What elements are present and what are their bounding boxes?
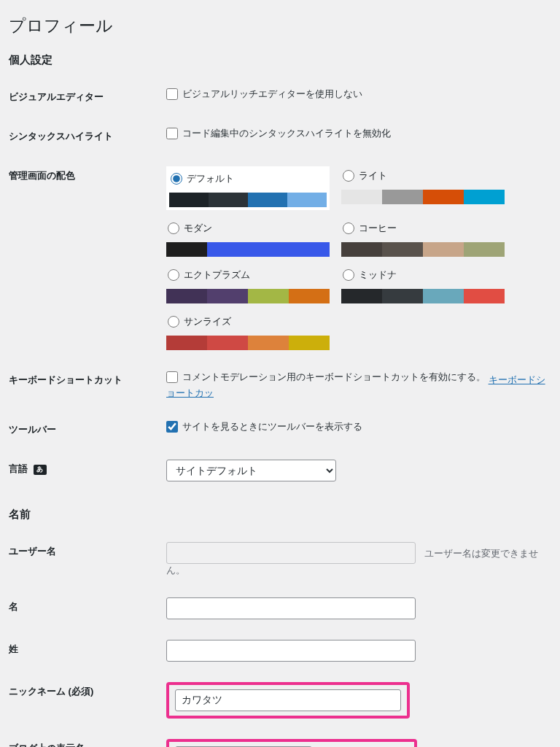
color-swatch: [289, 289, 330, 303]
language-select[interactable]: サイトデフォルト: [166, 460, 336, 481]
color-swatch: [248, 242, 289, 257]
display-name-label: ブログ上の表示名: [9, 729, 159, 747]
language-label-text: 言語: [9, 463, 28, 474]
display-name-highlight: カワタツ: [166, 739, 417, 747]
color-swatches: [341, 289, 505, 303]
color-scheme-option[interactable]: ライト: [341, 166, 505, 210]
section-personal: 個人設定: [9, 53, 551, 67]
color-swatch: [464, 242, 505, 257]
color-scheme-name: サンライズ: [184, 315, 231, 328]
color-scheme-radio[interactable]: [343, 222, 354, 234]
color-scheme-option[interactable]: エクトプラズム: [166, 266, 330, 303]
color-scheme-label[interactable]: ミッドナ: [341, 266, 505, 289]
color-scheme-radio[interactable]: [171, 173, 182, 185]
keyboard-checkbox-label[interactable]: コメントモデレーション用のキーボードショートカットを有効にする。: [166, 371, 486, 384]
color-swatch: [341, 289, 382, 303]
color-swatch: [423, 190, 464, 204]
language-label: 言語 あ: [9, 449, 159, 492]
section-name: 名前: [9, 508, 551, 522]
color-swatches: [169, 193, 327, 207]
color-swatch: [166, 336, 207, 350]
color-swatch: [341, 242, 382, 257]
color-swatch: [166, 242, 207, 257]
color-swatch: [382, 289, 423, 303]
color-scheme-label[interactable]: サンライズ: [166, 312, 330, 336]
color-swatches: [341, 190, 505, 204]
color-swatch: [248, 289, 289, 303]
color-swatch: [289, 336, 330, 350]
color-swatch: [248, 193, 287, 207]
color-swatches: [341, 242, 505, 257]
toolbar-checkbox[interactable]: [166, 421, 178, 433]
visual-editor-checkbox[interactable]: [166, 88, 178, 100]
color-scheme-option[interactable]: モダン: [166, 219, 330, 257]
color-scheme-option[interactable]: デフォルト: [166, 166, 330, 210]
last-name-input[interactable]: [166, 640, 416, 662]
syntax-checkbox-text: コード編集中のシンタックスハイライトを無効化: [182, 127, 391, 140]
toolbar-label: ツールバー: [9, 410, 159, 449]
color-scheme-radio[interactable]: [343, 269, 354, 281]
color-swatch: [166, 289, 207, 303]
color-scheme-label[interactable]: エクトプラズム: [166, 266, 330, 289]
color-scheme-radio[interactable]: [168, 316, 179, 328]
color-swatch: [207, 336, 248, 350]
color-swatches: [166, 336, 330, 350]
color-scheme-name: モダン: [184, 222, 212, 235]
toolbar-checkbox-label[interactable]: サイトを見るときにツールバーを表示する: [166, 420, 362, 433]
color-scheme-option[interactable]: コーヒー: [341, 219, 505, 257]
color-scheme-option[interactable]: サンライズ: [166, 312, 330, 350]
color-swatch: [423, 289, 464, 303]
color-scheme-grid: デフォルトライトモダンコーヒーエクトプラズムミッドナサンライズ: [166, 166, 551, 350]
syntax-checkbox-label[interactable]: コード編集中のシンタックスハイライトを無効化: [166, 127, 391, 140]
color-swatch: [209, 193, 248, 207]
translate-icon: あ: [34, 465, 47, 475]
toolbar-checkbox-text: サイトを見るときにツールバーを表示する: [182, 420, 362, 433]
color-swatch: [382, 190, 423, 204]
color-scheme-radio[interactable]: [168, 222, 179, 234]
color-swatch: [341, 190, 382, 204]
color-scheme-label[interactable]: モダン: [166, 219, 330, 242]
color-scheme-label[interactable]: ライト: [341, 166, 505, 190]
keyboard-label: キーボードショートカット: [9, 360, 159, 410]
color-scheme-name: コーヒー: [359, 222, 397, 235]
color-scheme-radio[interactable]: [343, 170, 354, 182]
color-swatches: [166, 242, 330, 257]
color-scheme-name: エクトプラズム: [184, 268, 250, 282]
color-scheme-label[interactable]: デフォルト: [169, 169, 327, 193]
first-name-label: 名: [9, 587, 159, 630]
color-scheme-label: 管理画面の配色: [9, 156, 159, 360]
syntax-checkbox[interactable]: [166, 128, 178, 139]
username-input: [166, 542, 416, 564]
syntax-label: シンタックスハイライト: [9, 117, 159, 156]
color-swatch: [423, 242, 464, 257]
color-swatch: [207, 289, 248, 303]
color-swatch: [169, 193, 209, 207]
visual-editor-label: ビジュアルエディター: [9, 77, 159, 117]
page-title: プロフィール: [9, 15, 551, 37]
color-swatch: [464, 190, 505, 204]
nickname-highlight: [166, 682, 410, 719]
color-swatch: [289, 242, 330, 257]
color-scheme-name: ミッドナ: [359, 268, 397, 282]
color-scheme-name: デフォルト: [187, 172, 234, 185]
color-swatches: [166, 289, 330, 303]
visual-editor-checkbox-text: ビジュアルリッチエディターを使用しない: [182, 88, 362, 101]
nickname-input[interactable]: [175, 689, 401, 711]
color-scheme-label[interactable]: コーヒー: [341, 219, 505, 242]
visual-editor-checkbox-label[interactable]: ビジュアルリッチエディターを使用しない: [166, 88, 362, 101]
color-swatch: [382, 242, 423, 257]
last-name-label: 姓: [9, 630, 159, 672]
color-swatch: [287, 193, 327, 207]
username-label: ユーザー名: [9, 532, 159, 587]
color-scheme-radio[interactable]: [168, 269, 179, 281]
first-name-input[interactable]: [166, 597, 416, 619]
color-swatch: [248, 336, 289, 350]
color-swatch: [464, 289, 505, 303]
keyboard-checkbox-text: コメントモデレーション用のキーボードショートカットを有効にする。: [182, 371, 486, 384]
color-scheme-name: ライト: [359, 169, 387, 182]
nickname-label: ニックネーム (必須): [9, 672, 159, 729]
color-scheme-option[interactable]: ミッドナ: [341, 266, 505, 303]
color-swatch: [207, 242, 248, 257]
keyboard-checkbox[interactable]: [166, 371, 178, 383]
